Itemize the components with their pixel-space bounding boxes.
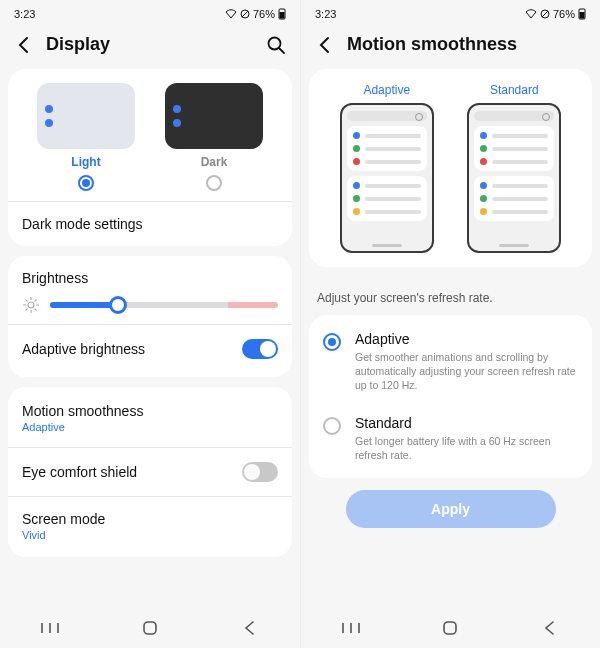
more-display-card: Motion smoothness Adaptive Eye comfort s… <box>8 387 292 557</box>
adaptive-brightness-toggle[interactable] <box>242 339 278 359</box>
status-right: 76% <box>525 8 586 20</box>
svg-line-20 <box>542 11 548 17</box>
brightness-card: Brightness Adaptive brightness <box>8 256 292 377</box>
svg-rect-18 <box>144 622 156 634</box>
back-icon[interactable] <box>315 35 335 55</box>
option-standard-title: Standard <box>355 415 578 431</box>
nav-recents-icon[interactable] <box>340 617 362 639</box>
svg-point-6 <box>28 302 34 308</box>
screen-motion-smoothness: 3:23 76% Motion smoothness Adaptive <box>300 0 600 648</box>
screen-mode-link[interactable]: Screen mode Vivid <box>22 507 278 545</box>
svg-line-11 <box>26 300 27 301</box>
phone-preview-adaptive <box>340 103 434 253</box>
refresh-rate-options: Adaptive Get smoother animations and scr… <box>309 315 592 478</box>
dark-mode-settings-link[interactable]: Dark mode settings <box>22 212 278 232</box>
header: Display <box>0 24 300 69</box>
brightness-slider[interactable] <box>50 298 278 312</box>
battery-icon <box>578 8 586 20</box>
apply-button[interactable]: Apply <box>346 490 556 528</box>
radio-light[interactable] <box>78 175 94 191</box>
preview-standard-label: Standard <box>490 83 539 97</box>
search-icon[interactable] <box>266 35 286 55</box>
theme-label-light: Light <box>71 155 100 169</box>
theme-preview-dark <box>165 83 263 149</box>
preview-adaptive: Adaptive <box>340 83 434 253</box>
preview-adaptive-label: Adaptive <box>363 83 410 97</box>
no-sim-icon <box>240 9 250 19</box>
no-sim-icon <box>540 9 550 19</box>
motion-smoothness-label: Motion smoothness <box>22 403 143 419</box>
svg-line-13 <box>26 309 27 310</box>
status-bar: 3:23 76% <box>0 0 300 24</box>
nav-back-icon[interactable] <box>239 617 261 639</box>
preview-card: Adaptive <box>309 69 592 267</box>
nav-back-icon[interactable] <box>539 617 561 639</box>
adaptive-brightness-row[interactable]: Adaptive brightness <box>22 335 278 363</box>
nav-recents-icon[interactable] <box>39 617 61 639</box>
radio-dark[interactable] <box>206 175 222 191</box>
nav-home-icon[interactable] <box>439 617 461 639</box>
screen-display: 3:23 76% Display <box>0 0 300 648</box>
option-adaptive-sub: Get smoother animations and scrolling by… <box>355 350 578 393</box>
back-icon[interactable] <box>14 35 34 55</box>
wifi-icon <box>225 9 237 19</box>
theme-preview-light <box>37 83 135 149</box>
svg-rect-3 <box>280 12 285 19</box>
radio-standard[interactable] <box>323 417 341 435</box>
brightness-icon <box>22 296 40 314</box>
wifi-icon <box>525 9 537 19</box>
svg-rect-26 <box>444 622 456 634</box>
theme-option-light[interactable]: Light <box>37 83 135 191</box>
motion-smoothness-link[interactable]: Motion smoothness Adaptive <box>22 399 278 437</box>
nav-home-icon[interactable] <box>139 617 161 639</box>
theme-card: Light Dark Dark mode settings <box>8 69 292 246</box>
svg-line-12 <box>35 309 36 310</box>
preview-standard: Standard <box>467 83 561 253</box>
battery-pct: 76% <box>553 8 575 20</box>
brightness-label: Brightness <box>22 270 278 286</box>
adaptive-brightness-label: Adaptive brightness <box>22 341 145 357</box>
svg-rect-22 <box>580 12 585 19</box>
header: Motion smoothness <box>301 24 600 69</box>
status-time: 3:23 <box>14 8 35 20</box>
radio-adaptive[interactable] <box>323 333 341 351</box>
status-bar: 3:23 76% <box>301 0 600 24</box>
page-title: Motion smoothness <box>347 34 586 55</box>
phone-preview-standard <box>467 103 561 253</box>
svg-point-4 <box>269 37 281 49</box>
option-standard[interactable]: Standard Get longer battery life with a … <box>323 415 578 462</box>
eye-comfort-toggle[interactable] <box>242 462 278 482</box>
option-adaptive-title: Adaptive <box>355 331 578 347</box>
screen-mode-label: Screen mode <box>22 511 105 527</box>
status-time: 3:23 <box>315 8 336 20</box>
theme-label-dark: Dark <box>201 155 228 169</box>
motion-smoothness-value: Adaptive <box>22 421 143 433</box>
nav-bar <box>301 608 600 648</box>
svg-line-1 <box>242 11 248 17</box>
battery-pct: 76% <box>253 8 275 20</box>
option-adaptive[interactable]: Adaptive Get smoother animations and scr… <box>323 331 578 393</box>
eye-comfort-row[interactable]: Eye comfort shield <box>22 458 278 486</box>
refresh-rate-description: Adjust your screen's refresh rate. <box>309 277 592 315</box>
nav-bar <box>0 608 300 648</box>
theme-option-dark[interactable]: Dark <box>165 83 263 191</box>
svg-line-14 <box>35 300 36 301</box>
screen-mode-value: Vivid <box>22 529 105 541</box>
option-standard-sub: Get longer battery life with a 60 Hz scr… <box>355 434 578 462</box>
eye-comfort-label: Eye comfort shield <box>22 464 137 480</box>
status-right: 76% <box>225 8 286 20</box>
battery-icon <box>278 8 286 20</box>
svg-line-5 <box>280 48 285 53</box>
page-title: Display <box>46 34 254 55</box>
